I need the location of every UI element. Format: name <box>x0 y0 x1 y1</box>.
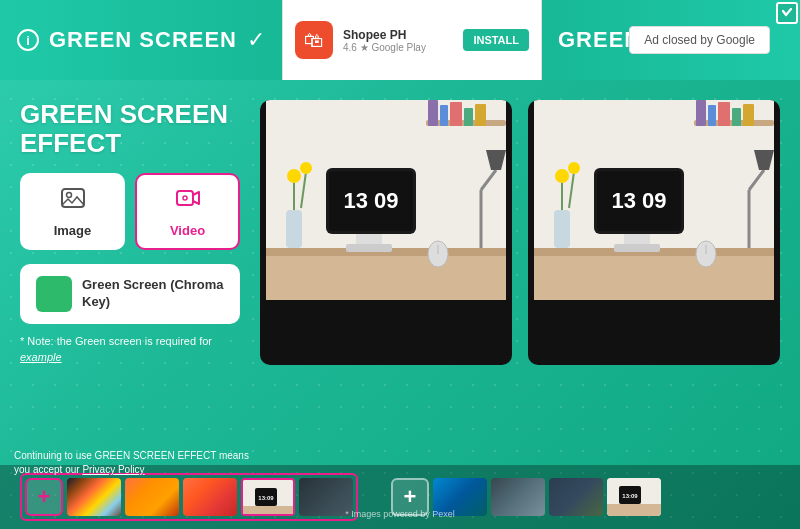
ad-app-icon: 🛍 <box>295 21 333 59</box>
header-left-title: GREEN SCREEN <box>49 27 237 53</box>
ad-rating: 4.6 ★ Google Play <box>343 42 453 53</box>
video-button-label: Video <box>170 223 205 238</box>
right-film-thumb-3[interactable] <box>549 478 603 516</box>
header-right-section: GREEN SCREEN Ad closed by Google <box>542 0 800 80</box>
svg-rect-2 <box>177 191 193 205</box>
svg-point-3 <box>183 196 187 200</box>
footer-text: Continuing to use GREEN SCREEN EFFECT me… <box>14 449 254 477</box>
svg-rect-32 <box>718 102 730 126</box>
svg-rect-31 <box>708 105 716 126</box>
film-thumb-3[interactable] <box>183 478 237 516</box>
svg-point-17 <box>300 162 312 174</box>
svg-point-1 <box>66 193 71 198</box>
note-example-link[interactable]: example <box>20 351 62 363</box>
svg-rect-0 <box>62 189 84 207</box>
chroma-key-button[interactable]: Green Screen (Chroma Key) <box>20 264 240 324</box>
svg-rect-8 <box>450 102 462 126</box>
film-thumb-4[interactable]: 13:09 <box>241 478 295 516</box>
svg-text:13:09: 13:09 <box>258 495 274 501</box>
info-icon[interactable]: i <box>17 29 39 51</box>
svg-rect-53 <box>243 506 295 516</box>
video-mode-button[interactable]: Video <box>135 173 240 250</box>
video-icon <box>175 185 201 217</box>
svg-text:13:09: 13:09 <box>622 493 638 499</box>
svg-rect-6 <box>428 100 438 126</box>
install-button[interactable]: INSTALL <box>463 29 529 51</box>
main-content: GREEN SCREEN EFFECT Image <box>0 80 800 365</box>
preview-area: 13 09 <box>260 100 780 365</box>
image-mode-button[interactable]: Image <box>20 173 125 250</box>
svg-rect-19 <box>346 244 392 252</box>
svg-rect-13 <box>286 210 302 248</box>
right-preview-card: 13 09 <box>528 100 780 365</box>
right-film-thumb-2[interactable] <box>491 478 545 516</box>
svg-point-15 <box>287 169 301 183</box>
svg-rect-7 <box>440 105 448 126</box>
svg-rect-30 <box>696 100 706 126</box>
top-header: i GREEN SCREEN ✓ 🛍 Shopee PH 4.6 ★ Googl… <box>0 0 800 80</box>
svg-rect-37 <box>554 210 570 248</box>
svg-point-41 <box>568 162 580 174</box>
left-preview-card: 13 09 <box>260 100 512 365</box>
note-text: * Note: the Green screen is required for… <box>20 334 240 365</box>
left-panel: GREEN SCREEN EFFECT Image <box>20 100 240 365</box>
ad-closed-label: Ad closed by Google <box>629 26 770 54</box>
svg-rect-33 <box>732 108 741 126</box>
image-icon <box>60 185 86 217</box>
svg-rect-34 <box>743 104 754 126</box>
image-button-label: Image <box>54 223 92 238</box>
ad-info: Shopee PH 4.6 ★ Google Play <box>343 28 453 53</box>
svg-point-39 <box>555 169 569 183</box>
svg-text:13 09: 13 09 <box>343 188 398 213</box>
header-left-check: ✓ <box>247 27 265 53</box>
mode-buttons: Image Video <box>20 173 240 250</box>
svg-rect-10 <box>475 104 486 126</box>
right-film-thumb-4[interactable]: 13:09 <box>607 478 661 516</box>
privacy-policy-link[interactable]: Privacy Policy <box>82 464 144 475</box>
svg-rect-43 <box>614 244 660 252</box>
film-thumb-1[interactable] <box>67 478 121 516</box>
left-film-strip: + 13:09 <box>20 473 358 521</box>
svg-text:13 09: 13 09 <box>611 188 666 213</box>
header-ad-section: 🛍 Shopee PH 4.6 ★ Google Play INSTALL <box>282 0 542 80</box>
header-left-section: i GREEN SCREEN ✓ <box>0 0 282 80</box>
left-add-button[interactable]: + <box>25 478 63 516</box>
effect-title: GREEN SCREEN EFFECT <box>20 100 240 157</box>
chroma-swatch <box>36 276 72 312</box>
chroma-key-label: Green Screen (Chroma Key) <box>82 277 224 311</box>
svg-rect-9 <box>464 108 473 126</box>
pexels-credit: * Images powered by Pexel <box>345 509 455 519</box>
ad-app-name: Shopee PH <box>343 28 453 42</box>
header-close-button[interactable] <box>776 2 798 24</box>
film-thumb-2[interactable] <box>125 478 179 516</box>
svg-rect-57 <box>607 504 661 516</box>
